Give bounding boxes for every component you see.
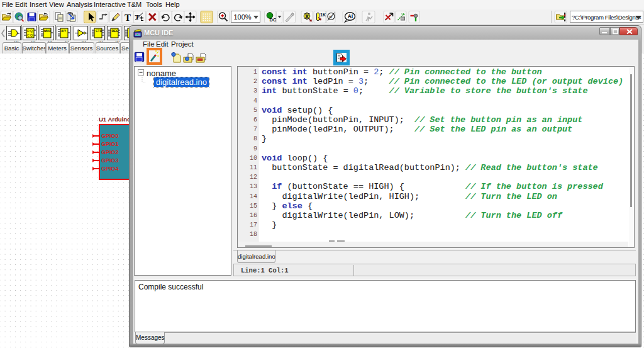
svg-text:C Q: C Q	[27, 33, 33, 37]
svg-text:REG: REG	[112, 29, 119, 33]
svg-text:MUX: MUX	[44, 29, 52, 33]
svg-text:D Q: D Q	[27, 29, 33, 33]
svg-text:X/Y: X/Y	[61, 29, 67, 33]
svg-text:AI: AI	[348, 13, 353, 20]
svg-text:T: T	[125, 13, 131, 23]
svg-text:1K: 1K	[320, 13, 326, 17]
svg-text:CTR: CTR	[96, 29, 103, 33]
svg-text:DC: DC	[270, 17, 277, 23]
